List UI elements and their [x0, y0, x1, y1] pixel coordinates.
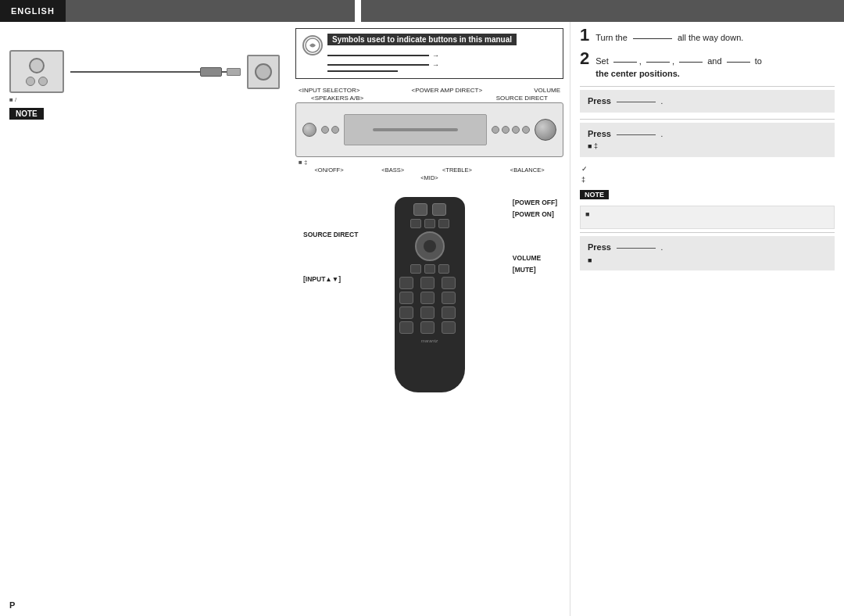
step-2-header: 2 Set , , and to the center positions. [580, 50, 835, 80]
symbol-bar-2 [327, 64, 429, 66]
symbol-line-2: → [327, 61, 556, 69]
step-2-center: the center positions. [595, 69, 680, 78]
amp-label-source-direct: SOURCE DIRECT [496, 95, 548, 102]
power-off-label: [POWER OFF] [513, 197, 557, 209]
press-label-1: Press [588, 96, 611, 106]
header-bar: ENGLISH [0, 0, 844, 22]
input-arrows-label: [INPUT▲▼] [303, 273, 358, 286]
wire-line [70, 71, 200, 73]
remote-area: SOURCE DIRECT [INPUT▲▼] [295, 189, 563, 392]
power-on-label: [POWER ON] [513, 209, 557, 220]
press-period-1: . [661, 97, 663, 106]
center-panel: Symbols used to indicate buttons in this… [289, 22, 570, 616]
remote-grid-btn-1 [399, 277, 413, 289]
amp-bass-label: <BASS> [381, 167, 404, 174]
amp-btn-6 [522, 126, 530, 134]
secondary-circle [255, 63, 272, 81]
volume-label: VOLUME [513, 252, 557, 264]
remote-power-on-btn [432, 203, 446, 216]
remote-nav-center [424, 240, 436, 252]
remote-grid-btn-6 [442, 292, 456, 304]
amp-onoff-label: <ON/OFF> [314, 167, 343, 174]
note-badge-right: NOTE [580, 190, 609, 199]
symbols-content: Symbols used to indicate buttons in this… [327, 34, 556, 73]
plug-connector [200, 67, 222, 77]
amp-sub-labels: <SPEAKERS A/B> SOURCE DIRECT [295, 95, 563, 102]
amp-btn-2 [331, 126, 339, 134]
step-1-number: 1 [580, 27, 589, 44]
remote-top-buttons [399, 203, 460, 216]
remote-grid-btn-5 [420, 292, 435, 304]
page-label: P [9, 600, 15, 610]
amp-balance-label: <BALANCE> [510, 167, 545, 174]
remote-left-labels: SOURCE DIRECT [INPUT▲▼] [303, 228, 358, 286]
amp-btn-1 [321, 126, 329, 134]
symbol-line-1: → [327, 52, 556, 59]
remote-logo: marantz [399, 338, 460, 343]
remote-grid-btn-10 [399, 321, 413, 334]
center-buttons [492, 126, 530, 134]
symbol-arrow-2: → [432, 61, 439, 69]
note-chars-left: ■ / [9, 96, 280, 103]
header-left-bar [66, 0, 355, 22]
divider-1 [580, 86, 835, 87]
amp-display [344, 114, 487, 145]
amp-bottom-labels: <ON/OFF> <BASS> <TREBLE> <BALANCE> [295, 167, 563, 174]
step-1-turn: Turn the [595, 33, 628, 42]
remote-vol-row [399, 264, 460, 274]
connector-diagram [9, 50, 280, 93]
remote-grid-btn-2 [420, 277, 435, 289]
step-2-section: 2 Set , , and to the center positions. [580, 50, 835, 80]
amp-top-labels: <INPUT SELECTOR> <POWER AMP DIRECT> VOLU… [295, 87, 563, 94]
power-connector-box [9, 50, 64, 93]
remote-grid-btn-4 [399, 292, 413, 304]
header-right-bar [361, 0, 844, 22]
amp-label-power-amp: <POWER AMP DIRECT> [412, 87, 483, 94]
amp-mid-label: <MID> [295, 174, 563, 181]
step-2-blank-1 [613, 62, 637, 63]
amp-label-input-selector: <INPUT SELECTOR> [299, 87, 359, 94]
step-2-blank-3 [679, 62, 703, 63]
step-2-and: and [707, 56, 721, 66]
amp-btn-3 [492, 126, 499, 134]
remote-grid-btn-3 [442, 277, 456, 289]
press-label-2: Press [588, 129, 611, 138]
button-row-1 [321, 126, 339, 134]
secondary-connector-box [247, 55, 280, 89]
step-1-blank [633, 38, 672, 39]
amp-btn-5 [512, 126, 520, 134]
remote-mute [438, 264, 449, 274]
symbol-line-3 [327, 70, 556, 72]
volume-knob [535, 119, 556, 141]
remote-source-row [399, 219, 460, 228]
symbol-chars-area: ✓ ‡ [581, 163, 835, 186]
remote-vol-down [424, 264, 435, 274]
button-cluster [321, 126, 339, 134]
press-blank-3 [617, 248, 656, 249]
amp-display-bar [373, 128, 458, 131]
divider-3 [580, 232, 835, 233]
symbol-arrow-1: → [432, 52, 439, 59]
remote-vol-up [410, 264, 421, 274]
connector-circle-small-1 [26, 77, 35, 86]
step-2-blank-4 [727, 62, 750, 63]
left-panel: ■ / NOTE [0, 22, 289, 616]
remote-grid-btn-11 [420, 321, 435, 334]
step-1-all-way: all the way down. [678, 33, 743, 42]
connector-circle-large [29, 58, 45, 73]
symbol-bar-3 [327, 70, 398, 72]
note-text-area: ■ [580, 206, 835, 229]
gray-sub-chars: ■ ‡ [588, 142, 598, 150]
gray-section-3-sub: ■ [588, 256, 592, 264]
symbols-title: Symbols used to indicate buttons in this… [327, 34, 517, 45]
step-1-header: 1 Turn the all the way down. [580, 27, 835, 44]
press-blank-1 [617, 102, 656, 102]
remote-grid-btn-7 [399, 306, 413, 319]
gray-section-2: Press . ■ ‡ [580, 123, 835, 157]
main-content: ■ / NOTE Symbols used to indicate button… [0, 22, 844, 616]
remote-power-off-btn [413, 203, 427, 216]
remote-input-btn [424, 219, 435, 228]
gray-section-3: Press . ■ [580, 236, 835, 270]
step-2-blank-2 [646, 62, 670, 63]
amp-btn-4 [502, 126, 510, 134]
